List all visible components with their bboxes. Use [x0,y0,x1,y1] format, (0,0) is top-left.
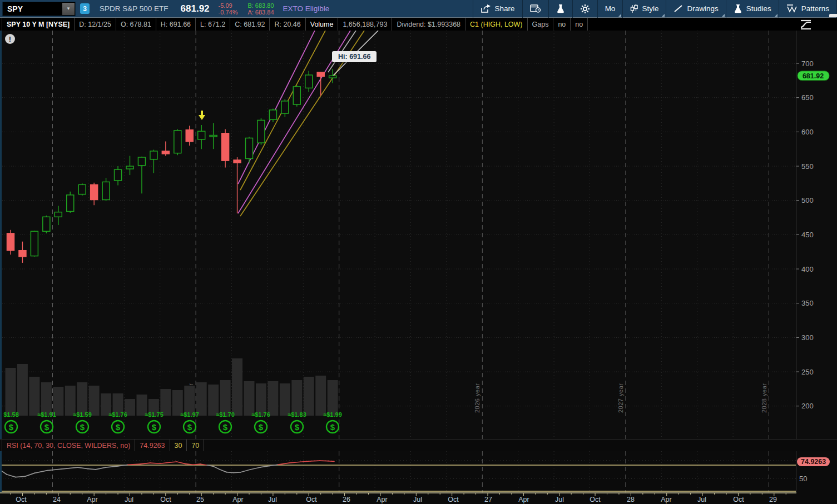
candle-body[interactable] [234,160,241,163]
patterns-w-icon [786,4,798,13]
rsi-panel[interactable]: 74.9263 50 [0,451,837,492]
candle-body[interactable] [162,151,169,154]
candle-body[interactable] [222,133,229,161]
candle-body[interactable] [246,138,253,158]
candle-body[interactable] [293,87,300,104]
chart-title[interactable]: SPY 10 Y M [NYSE] [2,18,75,31]
time-label[interactable]: Oct [590,496,601,503]
dropdown-corner [775,14,777,17]
time-label[interactable]: 26 [343,496,350,503]
price-tick-label: 350 [801,299,814,307]
dividend-label: ≈$1.75 [145,411,164,418]
dividend-label: ≈$1.76 [108,411,127,418]
thinkorswim-chart-window: { "colors": { "bg": "#0d0d0d", "grid": "… [0,0,837,504]
rsi-line-segment [234,472,240,473]
candle-body[interactable] [43,217,50,231]
rsi-line-segment [250,467,260,470]
time-label[interactable]: 25 [196,496,204,503]
candle-body[interactable] [329,76,336,78]
time-label[interactable]: 28 [627,496,635,503]
time-label[interactable]: Oct [16,496,27,503]
share-button[interactable]: Share [473,0,522,18]
axis-settings-icon[interactable] [799,19,814,32]
rsi-oversold-setting[interactable]: 30 [170,440,187,451]
candle-body[interactable] [31,231,38,256]
dollar-glyph: $ [116,422,121,432]
studies-button[interactable]: Studies [726,0,779,18]
time-label[interactable]: Jul [697,496,706,503]
candle-body[interactable] [115,169,122,181]
candle-body[interactable] [55,212,62,217]
candle-body[interactable] [198,131,205,139]
timeframe-button[interactable]: Mo [598,0,623,18]
candle-body[interactable] [269,110,276,119]
time-label[interactable]: Jul [555,496,564,503]
symbol-input[interactable]: SPY ▼ [2,2,76,16]
settings-button[interactable] [573,0,597,18]
price-change: -5.09 -0.74% [219,2,238,16]
candle-body[interactable] [305,75,313,88]
analyze-button[interactable] [549,0,572,18]
linked-badge[interactable]: 3 [80,3,90,14]
candle-body[interactable] [7,233,14,251]
time-label[interactable]: Oct [306,496,317,503]
main-chart-panel[interactable]: 2023 year2024 year2025 year2026 year2027… [0,31,837,439]
time-label[interactable]: 27 [484,496,492,503]
time-axis[interactable]: Oct24AprJulOct25AprJulOct26AprJulOct27Ap… [0,492,837,504]
time-label[interactable]: Apr [232,496,243,503]
candle-body[interactable] [186,130,193,142]
time-label[interactable]: Apr [87,496,97,503]
candle-body[interactable] [210,136,217,137]
candle-body[interactable] [174,131,181,153]
volume-value: 1,656,188,793 [338,18,392,31]
left-edge-strip [0,451,2,492]
gap-setting-1[interactable]: no [553,18,571,31]
symbol-dropdown-caret[interactable]: ▼ [62,3,75,15]
candle-body[interactable] [317,72,324,76]
candle-body[interactable] [91,184,98,199]
time-label[interactable]: Apr [377,496,387,503]
time-label[interactable]: Apr [661,496,671,503]
toolbar-overflow-indicator[interactable] [829,14,837,17]
price-tick-label: 500 [801,196,814,204]
volume-bar [196,382,207,416]
candle-body[interactable] [78,184,86,194]
time-label[interactable]: Oct [448,496,459,503]
price-tick-label: 400 [801,265,814,273]
gaps-label: Gaps [528,18,554,31]
flask-icon [556,4,565,14]
main-chart-svg[interactable]: 2023 year2024 year2025 year2026 year2027… [0,31,796,439]
c1-study-cell[interactable]: C1 (HIGH, LOW) [465,18,527,31]
time-label[interactable]: Jul [125,496,133,503]
time-label[interactable]: 24 [53,496,61,503]
time-label[interactable]: Jul [268,496,277,503]
time-label[interactable]: 29 [769,496,777,503]
candle-body[interactable] [126,166,133,169]
alert-icon[interactable]: ! [5,34,15,44]
candle-body[interactable] [138,157,145,166]
candle-body[interactable] [281,101,289,113]
sell-signal-arrow[interactable] [199,111,205,120]
calendar-events-button[interactable] [523,0,548,18]
time-label[interactable]: Oct [733,496,744,503]
high-cell: H: 691.66 [156,18,196,31]
time-label[interactable]: Jul [413,496,422,503]
rsi-svg[interactable] [0,451,796,492]
dollar-glyph: $ [9,422,14,432]
price-axis[interactable]: 700650600550500450400350300250200681.92 [796,31,837,439]
style-label: Style [642,4,658,13]
rsi-study-label[interactable]: RSI (14, 70, 30, CLOSE, WILDERS, no) [2,440,135,451]
style-button[interactable]: Style [623,0,666,18]
time-label[interactable]: Apr [518,496,529,503]
candle-body[interactable] [19,251,26,257]
patterns-button[interactable]: Patterns [779,0,836,18]
volume-bar [304,377,314,416]
drawings-button[interactable]: Drawings [666,0,725,18]
candle-body[interactable] [257,120,265,143]
candle-body[interactable] [102,182,110,199]
time-label[interactable]: Oct [160,496,171,503]
candle-body[interactable] [67,195,74,212]
rsi-overbought-setting[interactable]: 70 [187,440,204,451]
candle-body[interactable] [150,151,157,159]
gap-setting-2[interactable]: no [571,18,588,31]
